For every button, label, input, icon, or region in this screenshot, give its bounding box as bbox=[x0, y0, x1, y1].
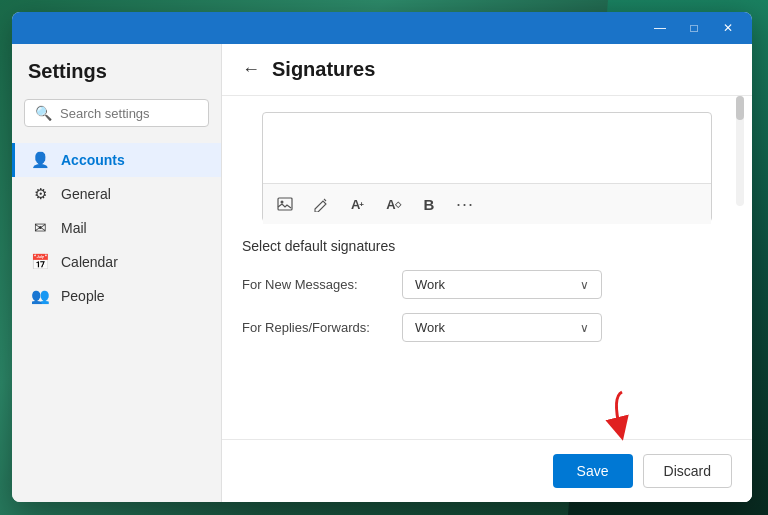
search-icon: 🔍 bbox=[35, 105, 52, 121]
mail-icon: ✉ bbox=[31, 219, 49, 237]
minimize-button[interactable]: — bbox=[644, 16, 676, 40]
titlebar: — □ ✕ bbox=[12, 12, 752, 44]
more-options-button[interactable]: ··· bbox=[451, 190, 479, 218]
search-input[interactable] bbox=[60, 106, 198, 121]
back-button[interactable]: ← bbox=[242, 59, 260, 80]
signature-editor[interactable]: A+ A◇ B ··· bbox=[262, 112, 712, 222]
insert-image-button[interactable] bbox=[271, 190, 299, 218]
sidebar-item-label-people: People bbox=[61, 288, 105, 304]
content-panel: ← Signatures bbox=[222, 44, 752, 502]
sidebar-item-general[interactable]: ⚙ General bbox=[12, 177, 221, 211]
search-box[interactable]: 🔍 bbox=[24, 99, 209, 127]
editor-content[interactable] bbox=[263, 113, 711, 183]
new-messages-dropdown[interactable]: Work ∨ bbox=[402, 270, 602, 299]
sidebar-item-label-calendar: Calendar bbox=[61, 254, 118, 270]
sidebar-title: Settings bbox=[12, 60, 221, 99]
panel-body: A+ A◇ B ··· Select default signatures bbox=[222, 96, 752, 439]
settings-window: — □ ✕ Settings 🔍 👤 Accounts ⚙ General ✉ bbox=[12, 12, 752, 502]
editor-scrollbar-track bbox=[736, 96, 744, 206]
sidebar-item-mail[interactable]: ✉ Mail bbox=[12, 211, 221, 245]
maximize-button[interactable]: □ bbox=[678, 16, 710, 40]
arrow-annotation bbox=[592, 387, 647, 446]
panel-footer: Save Discard bbox=[222, 439, 752, 502]
gear-icon: ⚙ bbox=[31, 185, 49, 203]
panel-header: ← Signatures bbox=[222, 44, 752, 96]
spacer bbox=[222, 372, 752, 439]
replies-label: For Replies/Forwards: bbox=[242, 320, 402, 335]
sidebar: Settings 🔍 👤 Accounts ⚙ General ✉ Mail 📅… bbox=[12, 44, 222, 502]
new-messages-row: For New Messages: Work ∨ bbox=[242, 270, 732, 299]
new-messages-label: For New Messages: bbox=[242, 277, 402, 292]
font-size-down-button[interactable]: A◇ bbox=[379, 190, 407, 218]
new-messages-value: Work bbox=[415, 277, 445, 292]
sidebar-item-accounts[interactable]: 👤 Accounts bbox=[12, 143, 221, 177]
people-icon: 👥 bbox=[31, 287, 49, 305]
replies-value: Work bbox=[415, 320, 445, 335]
sidebar-item-people[interactable]: 👥 People bbox=[12, 279, 221, 313]
sidebar-item-calendar[interactable]: 📅 Calendar bbox=[12, 245, 221, 279]
sidebar-item-label-mail: Mail bbox=[61, 220, 87, 236]
replies-row: For Replies/Forwards: Work ∨ bbox=[242, 313, 732, 342]
calendar-icon: 📅 bbox=[31, 253, 49, 271]
save-button[interactable]: Save bbox=[553, 454, 633, 488]
section-title: Select default signatures bbox=[242, 238, 732, 254]
sidebar-item-label-accounts: Accounts bbox=[61, 152, 125, 168]
discard-button[interactable]: Discard bbox=[643, 454, 732, 488]
default-signatures-section: Select default signatures For New Messag… bbox=[222, 222, 752, 372]
chevron-down-icon-2: ∨ bbox=[580, 321, 589, 335]
person-icon: 👤 bbox=[31, 151, 49, 169]
close-button[interactable]: ✕ bbox=[712, 16, 744, 40]
format-button[interactable] bbox=[307, 190, 335, 218]
svg-rect-0 bbox=[278, 198, 292, 210]
panel-title: Signatures bbox=[272, 58, 375, 81]
svg-point-1 bbox=[281, 201, 284, 204]
chevron-down-icon: ∨ bbox=[580, 278, 589, 292]
titlebar-controls: — □ ✕ bbox=[644, 16, 744, 40]
main-content: Settings 🔍 👤 Accounts ⚙ General ✉ Mail 📅… bbox=[12, 44, 752, 502]
bold-button[interactable]: B bbox=[415, 190, 443, 218]
replies-dropdown[interactable]: Work ∨ bbox=[402, 313, 602, 342]
editor-toolbar: A+ A◇ B ··· bbox=[263, 183, 711, 224]
sidebar-item-label-general: General bbox=[61, 186, 111, 202]
font-size-up-button[interactable]: A+ bbox=[343, 190, 371, 218]
arrow-icon bbox=[592, 387, 647, 442]
editor-scrollbar-thumb bbox=[736, 96, 744, 120]
